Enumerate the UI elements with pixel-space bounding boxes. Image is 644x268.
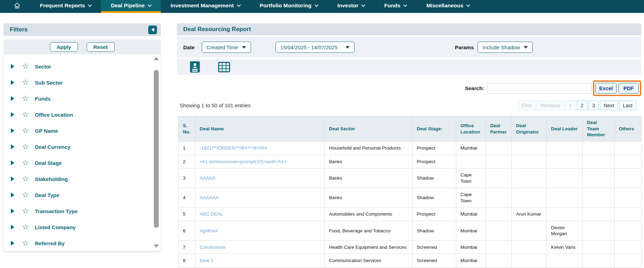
filter-item-listed-company[interactable]: ☆Listed Company	[3, 219, 161, 235]
search-input[interactable]	[487, 83, 592, 94]
cell-others	[615, 221, 642, 240]
cell-deal-name: AAAAAA	[195, 188, 325, 208]
deal-name-link[interactable]: Cornerstone	[200, 245, 226, 250]
filter-item-sector[interactable]: ☆Sector	[3, 58, 161, 74]
search-label: Search:	[465, 85, 484, 91]
nav-item-frequent-reports[interactable]: Frequent Reports	[30, 0, 101, 13]
expand-arrow-icon[interactable]	[11, 241, 14, 246]
date-type-dropdown[interactable]: Created Time	[202, 42, 251, 53]
expand-arrow-icon[interactable]	[11, 144, 14, 149]
cell-deal-partner	[486, 208, 512, 221]
filter-item-label: Transaction Type	[35, 208, 78, 214]
expand-arrow-icon[interactable]	[11, 225, 14, 230]
cell-deal-partner	[486, 221, 512, 240]
expand-arrow-icon[interactable]	[11, 96, 14, 101]
scroll-down-icon[interactable]	[154, 245, 159, 248]
nav-item-investor[interactable]: Investor	[328, 0, 374, 13]
filter-item-label: Sub Sector	[35, 80, 63, 86]
profile-view-icon[interactable]	[190, 61, 200, 73]
cell-deal-stage: Shadow	[413, 221, 456, 240]
table-header-row: S. No.Deal NameDeal SectorDeal Stage:Off…	[179, 116, 642, 142]
nav-item-funds[interactable]: Funds	[374, 0, 417, 13]
date-range-value: 15/04/2025 - 14/07/2025	[280, 44, 337, 50]
nav-item-miscellaneous[interactable]: Miscellaneous	[416, 0, 479, 13]
column-header-deal-originator: Deal Originator	[512, 116, 547, 142]
expand-arrow-icon[interactable]	[11, 160, 14, 165]
expand-arrow-icon[interactable]	[11, 128, 14, 133]
star-icon[interactable]: ☆	[22, 159, 29, 167]
table-row: 4AAAAAABanksShadowCape Town	[179, 188, 642, 208]
cell-deal-partner	[486, 142, 512, 155]
filter-item-deal-currency[interactable]: ☆Deal Currency	[3, 139, 161, 155]
star-icon[interactable]: ☆	[22, 127, 29, 135]
deal-name-link[interactable]: AgriKool	[200, 228, 217, 233]
filter-item-stakeholding[interactable]: ☆Stakeholding	[3, 171, 161, 187]
cell-deal-stage: Prospect	[413, 155, 456, 168]
deal-name-link[interactable]: AAAAA	[200, 175, 215, 181]
cell-deal-originator	[512, 168, 547, 188]
page-button-next[interactable]: Next	[600, 101, 618, 110]
cell-office-location: Cape Town	[456, 188, 486, 208]
table-row: 1-1821/**/ORDER/**/BY/**/9745#Household …	[179, 142, 642, 155]
main-content: Deal Resourcing Report Date Created Time…	[177, 23, 641, 268]
nav-item-deal-pipeline[interactable]: Deal Pipeline	[101, 0, 160, 13]
star-icon[interactable]: ☆	[22, 223, 29, 231]
cell-deal-sector: Household and Personal Products	[325, 142, 413, 155]
filter-item-office-location[interactable]: ☆Office Location	[3, 107, 161, 123]
star-icon[interactable]: ☆	[22, 79, 29, 86]
date-range-dropdown[interactable]: 15/04/2025 - 14/07/2025	[276, 42, 355, 53]
star-icon[interactable]: ☆	[22, 207, 29, 215]
star-icon[interactable]: ☆	[22, 191, 29, 199]
date-label: Date	[183, 44, 195, 50]
deal-name-link[interactable]: -1821/**/ORDER/**/BY/**/9745#	[200, 145, 267, 151]
scrollbar-thumb[interactable]	[154, 70, 159, 228]
page-button-2[interactable]: 2	[577, 101, 587, 110]
cell-office-location: Mumbai	[456, 254, 486, 268]
star-icon[interactable]: ☆	[22, 63, 29, 70]
report-body: Search: Excel PDF Showing 1 to 50 of 101…	[177, 80, 641, 268]
page-button-3[interactable]: 3	[588, 101, 599, 110]
excel-export-button[interactable]: Excel	[595, 83, 617, 94]
table-row: 3AAAAABanksShadowCape Town	[179, 168, 642, 188]
pdf-export-button[interactable]: PDF	[618, 83, 639, 94]
filter-item-referred-by[interactable]: ☆Referred By	[3, 235, 161, 251]
expand-arrow-icon[interactable]	[11, 193, 14, 197]
filter-item-gp-name[interactable]: ☆GP Name	[3, 123, 161, 139]
star-icon[interactable]: ☆	[22, 239, 29, 247]
expand-arrow-icon[interactable]	[11, 112, 14, 117]
nav-item-portfolio-monitoring[interactable]: Portfolio Monitoring	[250, 0, 328, 13]
home-button[interactable]	[0, 0, 30, 13]
deal-name-link[interactable]: <h1 onmouseover=prompt(10)>wolf</h1>	[200, 159, 287, 164]
deal-name-link[interactable]: ABC DEAL	[200, 211, 223, 217]
scrollbar-track[interactable]	[154, 63, 159, 242]
filters-scrollbar[interactable]	[153, 57, 159, 248]
star-icon[interactable]: ☆	[22, 111, 29, 118]
cell-deal-leader	[547, 142, 583, 155]
scroll-up-icon[interactable]	[154, 57, 159, 60]
cell-deal-team-member	[583, 155, 615, 168]
filter-item-funds[interactable]: ☆Funds	[3, 90, 161, 107]
apply-button[interactable]: Apply	[50, 42, 78, 52]
table-view-icon[interactable]	[218, 62, 230, 72]
reset-button[interactable]: Reset	[87, 42, 115, 52]
page-button-last[interactable]: Last	[619, 101, 636, 110]
star-icon[interactable]: ☆	[22, 95, 29, 102]
params-dropdown[interactable]: Include Shadow	[478, 42, 533, 53]
filter-item-sub-sector[interactable]: ☆Sub Sector	[3, 74, 161, 90]
expand-arrow-icon[interactable]	[11, 209, 14, 213]
cell-deal-partner	[486, 155, 512, 168]
app-root: Frequent ReportsDeal PipelineInvestment …	[0, 0, 644, 268]
deal-name-link[interactable]: Deal 1	[200, 258, 213, 263]
filter-item-deal-type[interactable]: ☆Deal Type	[3, 187, 161, 203]
collapse-filters-button[interactable]	[148, 26, 157, 34]
expand-arrow-icon[interactable]	[11, 80, 14, 85]
deal-name-link[interactable]: AAAAAA	[200, 195, 219, 200]
star-icon[interactable]: ☆	[22, 175, 29, 183]
expand-arrow-icon[interactable]	[11, 64, 14, 69]
filter-item-transaction-type[interactable]: ☆Transaction Type	[3, 203, 161, 219]
filter-item-deal-stage[interactable]: ☆Deal Stage	[3, 155, 161, 171]
expand-arrow-icon[interactable]	[11, 176, 14, 181]
nav-item-investment-management[interactable]: Investment Management	[161, 0, 250, 13]
cell-deal-sector: Automobiles and Components	[325, 208, 413, 221]
star-icon[interactable]: ☆	[22, 143, 29, 151]
